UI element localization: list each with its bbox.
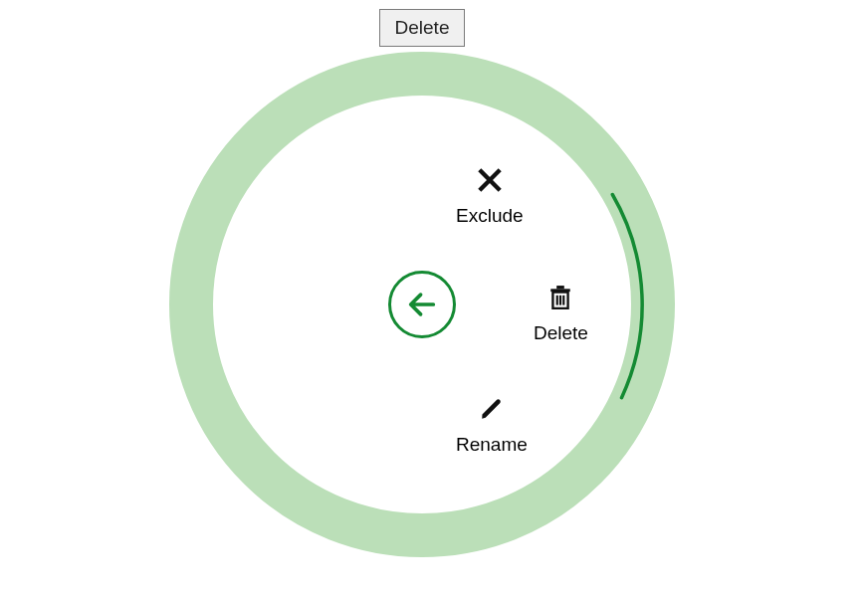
menu-item-delete[interactable]: Delete (534, 283, 588, 344)
svg-rect-2 (557, 286, 565, 289)
menu-item-label: Rename (456, 434, 528, 456)
menu-item-rename[interactable]: Rename (456, 394, 528, 456)
tooltip-label: Delete (395, 17, 450, 39)
radial-menu: Exclude Delete Rename (169, 52, 675, 557)
menu-item-exclude[interactable]: Exclude (456, 165, 524, 227)
close-icon (475, 165, 505, 195)
trash-icon (545, 283, 575, 312)
menu-item-label: Delete (534, 322, 588, 344)
arrow-left-icon (405, 288, 439, 321)
pencil-icon (477, 394, 507, 424)
tooltip: Delete (379, 9, 465, 47)
menu-item-label: Exclude (456, 205, 524, 227)
back-button[interactable] (388, 271, 456, 338)
